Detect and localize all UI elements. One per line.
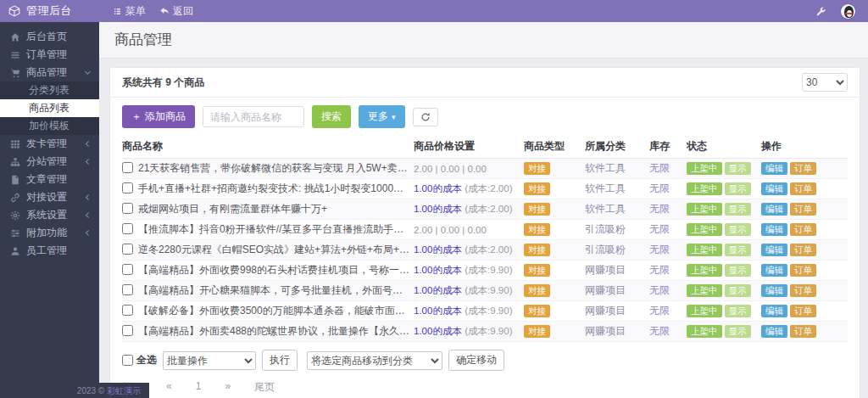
- status-badge-visible[interactable]: 显示: [725, 203, 751, 216]
- pagination-page-1[interactable]: 1: [196, 380, 202, 395]
- select-all-checkbox[interactable]: [122, 355, 133, 366]
- category-label[interactable]: 网赚项目: [585, 264, 626, 276]
- sidebar-item-cards[interactable]: 发卡管理: [0, 135, 99, 153]
- pagination-next[interactable]: »: [225, 380, 231, 395]
- back-button[interactable]: 返回: [159, 4, 193, 19]
- confirm-move-button[interactable]: 确定移动: [448, 350, 504, 371]
- brand[interactable]: 管理后台: [0, 3, 99, 19]
- category-label[interactable]: 网赚项目: [585, 305, 626, 317]
- status-badge-visible[interactable]: 显示: [725, 223, 751, 237]
- menu-toggle[interactable]: 菜单: [113, 4, 146, 19]
- order-button[interactable]: 订单: [790, 162, 816, 176]
- search-input[interactable]: [203, 106, 304, 127]
- category-label[interactable]: 软件工具: [585, 162, 626, 174]
- status-badge-on-shelf[interactable]: 上架中: [687, 325, 722, 339]
- edit-button[interactable]: 编辑: [761, 325, 787, 339]
- pagination-last[interactable]: 尾页: [254, 380, 275, 395]
- sidebar-item-articles[interactable]: 文章管理: [0, 171, 99, 188]
- sidebar-item-integration[interactable]: 对接设置: [0, 188, 99, 206]
- status-badge-on-shelf[interactable]: 上架中: [687, 284, 722, 298]
- page-size-select[interactable]: 30: [802, 73, 848, 92]
- order-button[interactable]: 订单: [790, 223, 816, 237]
- category-label[interactable]: 网赚项目: [585, 325, 626, 337]
- user-avatar[interactable]: [840, 3, 856, 20]
- pagination-prev[interactable]: «: [166, 380, 172, 395]
- status-badge-on-shelf[interactable]: 上架中: [687, 203, 722, 216]
- price-cost-link[interactable]: 1.00的成本: [414, 183, 462, 193]
- sidebar-subitem-product-list[interactable]: 商品列表: [0, 99, 99, 117]
- sidebar-item-orders[interactable]: 订单管理: [0, 46, 99, 64]
- row-checkbox[interactable]: [122, 244, 133, 255]
- price-cost-link[interactable]: 1.00的成本: [414, 265, 462, 275]
- order-button[interactable]: 订单: [790, 244, 816, 257]
- row-checkbox[interactable]: [122, 162, 133, 173]
- sidebar-item-substations[interactable]: 分站管理: [0, 153, 99, 171]
- order-button[interactable]: 订单: [790, 305, 816, 318]
- category-label[interactable]: 软件工具: [585, 182, 626, 194]
- price-cost-link[interactable]: 1.00的成本: [414, 204, 462, 214]
- row-checkbox[interactable]: [122, 203, 133, 214]
- search-button[interactable]: 搜索: [312, 105, 351, 128]
- edit-button[interactable]: 编辑: [761, 244, 787, 257]
- status-badge-visible[interactable]: 显示: [725, 162, 751, 176]
- add-product-button[interactable]: ＋ 添加商品: [122, 105, 195, 128]
- status-badge-visible[interactable]: 显示: [725, 264, 751, 277]
- row-checkbox[interactable]: [122, 182, 133, 193]
- status-badge-on-shelf[interactable]: 上架中: [687, 305, 722, 318]
- more-button[interactable]: 更多 ▾: [359, 105, 405, 128]
- bulk-action-select[interactable]: 批量操作: [163, 351, 256, 370]
- sidebar-item-products[interactable]: 商品管理: [0, 64, 99, 81]
- status-badge-on-shelf[interactable]: 上架中: [687, 182, 722, 196]
- category-label[interactable]: 引流吸粉: [585, 223, 626, 235]
- status-badge-on-shelf[interactable]: 上架中: [687, 264, 722, 277]
- status-badge-visible[interactable]: 显示: [725, 284, 751, 298]
- price-cost-link[interactable]: 1.00的成本: [414, 326, 462, 336]
- row-checkbox[interactable]: [122, 264, 133, 275]
- category-label[interactable]: 网赚项目: [585, 284, 626, 296]
- select-all[interactable]: 全选: [122, 353, 157, 367]
- status-badge-on-shelf[interactable]: 上架中: [687, 244, 722, 257]
- order-button[interactable]: 订单: [790, 284, 816, 298]
- status-badge-visible[interactable]: 显示: [725, 182, 751, 196]
- edit-button[interactable]: 编辑: [761, 162, 787, 176]
- sidebar-item-staff[interactable]: 员工管理: [0, 242, 99, 260]
- column-header: 所属分类: [585, 134, 649, 159]
- move-category-select[interactable]: 将选定商品移动到分类: [307, 351, 442, 370]
- price-cost-link[interactable]: 1.00的成本: [414, 285, 462, 295]
- row-checkbox[interactable]: [122, 223, 133, 234]
- sidebar-item-system[interactable]: 系统设置: [0, 206, 99, 224]
- order-button[interactable]: 订单: [790, 325, 816, 339]
- price-cost-link[interactable]: 1.00的成本: [414, 306, 462, 316]
- execute-button[interactable]: 执行: [262, 350, 298, 371]
- refresh-icon: [420, 112, 431, 122]
- status-cell: 上架中显示: [687, 281, 761, 301]
- edit-button[interactable]: 编辑: [761, 305, 787, 318]
- column-header: 商品价格设置: [414, 134, 524, 159]
- row-checkbox[interactable]: [122, 284, 133, 295]
- order-button[interactable]: 订单: [790, 264, 816, 277]
- refresh-button[interactable]: [413, 108, 438, 126]
- row-checkbox[interactable]: [122, 325, 133, 336]
- wrench-icon[interactable]: [815, 6, 826, 17]
- price-cell: 1.00的成本 (成本:9.90): [414, 261, 524, 281]
- order-button[interactable]: 订单: [790, 182, 816, 196]
- sidebar-item-home[interactable]: 后台首页: [0, 28, 99, 46]
- edit-button[interactable]: 编辑: [761, 284, 787, 298]
- edit-button[interactable]: 编辑: [761, 182, 787, 196]
- category-label[interactable]: 软件工具: [585, 203, 626, 215]
- edit-button[interactable]: 编辑: [761, 264, 787, 277]
- edit-button[interactable]: 编辑: [761, 223, 787, 237]
- sidebar-item-addons[interactable]: 附加功能: [0, 224, 99, 242]
- status-badge-on-shelf[interactable]: 上架中: [687, 162, 722, 176]
- price-cost-link[interactable]: 1.00的成本: [414, 244, 462, 255]
- status-badge-visible[interactable]: 显示: [725, 244, 751, 257]
- sidebar-subitem-categories[interactable]: 分类列表: [0, 81, 99, 99]
- status-badge-visible[interactable]: 显示: [725, 305, 751, 318]
- sidebar-subitem-markup-template[interactable]: 加价模板: [0, 117, 99, 135]
- order-button[interactable]: 订单: [790, 203, 816, 216]
- category-label[interactable]: 引流吸粉: [585, 244, 626, 255]
- status-badge-visible[interactable]: 显示: [725, 325, 751, 339]
- row-checkbox[interactable]: [122, 305, 133, 316]
- edit-button[interactable]: 编辑: [761, 203, 787, 216]
- status-badge-on-shelf[interactable]: 上架中: [687, 223, 722, 237]
